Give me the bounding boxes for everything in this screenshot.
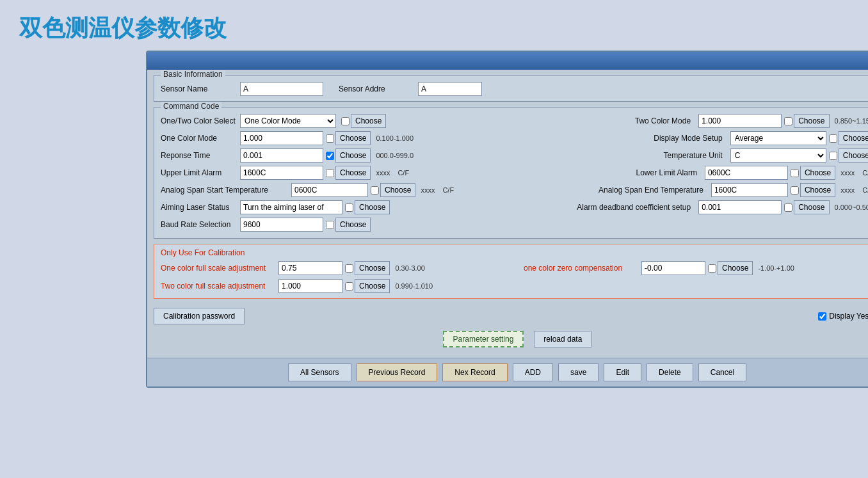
temperature-unit-choose-btn[interactable]: Choose — [839, 148, 868, 163]
one-color-full-scale-row: One color full scale adjustment Choose 0… — [161, 261, 511, 275]
baud-rate-input[interactable] — [240, 218, 323, 232]
delete-btn[interactable]: Delete — [647, 363, 693, 381]
sensor-addre-label: Sensor Addre — [339, 84, 415, 93]
display-mode-label: Display Mode Setup — [620, 134, 723, 143]
temperature-unit-choose-check[interactable] — [829, 152, 837, 160]
analog-span-start-input[interactable] — [291, 183, 368, 197]
two-color-full-scale-choose-check[interactable] — [345, 282, 353, 291]
one-color-full-scale-choose-btn[interactable]: Choose — [355, 261, 390, 275]
one-color-full-scale-label: One color full scale adjustment — [161, 264, 276, 273]
analog-span-end-label: Analog Span End Temperature — [575, 186, 703, 195]
command-code-section: Command Code One/Two Color Select One Co… — [154, 107, 868, 239]
one-color-mode-choose-btn[interactable]: Choose — [335, 131, 371, 145]
basic-info-title: Basic Information — [161, 70, 225, 79]
analog-span-end-choose-btn[interactable]: Choose — [800, 183, 835, 197]
calibration-section: Only Use For Calibration One color full … — [154, 244, 868, 299]
basic-info-section: Basic Information Sensor Name Sensor Add… — [154, 75, 868, 102]
one-color-mode-input[interactable] — [240, 131, 323, 145]
alarm-deadband-choose-check[interactable] — [784, 203, 792, 212]
analog-span-end-input[interactable] — [711, 183, 788, 197]
calibration-password-btn[interactable]: Calibration password — [154, 308, 245, 324]
sensor-name-input[interactable] — [240, 82, 323, 96]
lower-limit-alarm-input[interactable] — [705, 166, 788, 180]
analog-span-end-choose-check[interactable] — [791, 186, 799, 195]
two-color-mode-label: Two Color Mode — [588, 116, 691, 125]
two-color-full-scale-label: Two color full scale adjustment — [161, 282, 276, 291]
reponse-time-choose-check[interactable] — [326, 152, 334, 160]
two-color-mode-input[interactable] — [698, 114, 782, 128]
sensor-name-label: Sensor Name — [161, 84, 237, 93]
edit-btn[interactable]: Edit — [604, 363, 641, 381]
cancel-btn[interactable]: Cancel — [698, 363, 746, 381]
aiming-laser-choose-check[interactable] — [345, 203, 353, 212]
aiming-laser-status-input[interactable] — [240, 200, 342, 214]
upper-limit-alarm-label: Upper Limit Alarm — [161, 168, 237, 177]
dialog-body: Basic Information Sensor Name Sensor Add… — [147, 70, 868, 358]
previous-record-btn[interactable]: Previous Record — [357, 363, 438, 381]
nav-row: All Sensors Previous Record Nex Record A… — [147, 358, 868, 386]
one-color-mode-choose-check[interactable] — [326, 134, 334, 143]
reponse-time-choose-btn[interactable]: Choose — [335, 148, 371, 163]
two-color-full-scale-choose-btn[interactable]: Choose — [355, 279, 390, 293]
alarm-deadband-input[interactable] — [698, 200, 782, 214]
aiming-laser-status-label: Aiming Laser Status — [161, 203, 237, 212]
reload-data-btn[interactable]: reload data — [534, 331, 591, 347]
nex-record-btn[interactable]: Nex Record — [442, 363, 507, 381]
one-color-zero-comp-choose-btn[interactable]: Choose — [718, 261, 753, 275]
aiming-laser-choose-btn[interactable]: Choose — [355, 200, 390, 214]
one-color-zero-comp-label: one color zero compensation — [524, 264, 639, 273]
lower-limit-alarm-choose-check[interactable] — [791, 169, 799, 177]
all-sensors-btn[interactable]: All Sensors — [288, 363, 351, 381]
one-color-full-scale-input[interactable] — [278, 261, 342, 275]
main-dialog: ✕ Basic Information Sensor Name Sensor A… — [146, 51, 868, 388]
one-color-zero-comp-row: one color zero compensation Choose -1.00… — [524, 261, 868, 275]
baud-rate-label: Baud Rate Selection — [161, 220, 237, 229]
display-yes-no-area: Display Yes/No — [818, 312, 868, 321]
two-color-mode-choose-btn[interactable]: Choose — [794, 114, 829, 128]
sensor-addre-input[interactable] — [418, 82, 482, 96]
upper-limit-alarm-choose-check[interactable] — [326, 169, 334, 177]
command-code-title: Command Code — [161, 102, 221, 111]
temperature-unit-combo[interactable]: C F — [730, 148, 826, 163]
analog-span-start-choose-check[interactable] — [371, 186, 379, 195]
add-btn[interactable]: ADD — [513, 363, 553, 381]
one-color-full-scale-choose-check[interactable] — [345, 264, 353, 273]
display-mode-combo[interactable]: Average Peak — [730, 131, 826, 145]
temperature-unit-label: Temperature Unit — [620, 151, 723, 160]
page-title: 双色测温仪参数修改 — [0, 0, 868, 51]
one-two-color-choose-check[interactable] — [341, 117, 350, 125]
reponse-time-input[interactable] — [240, 148, 323, 163]
two-color-full-scale-row: Two color full scale adjustment Choose 0… — [161, 279, 511, 293]
alarm-deadband-label: Alarm deadband coefficient setup — [563, 203, 691, 212]
one-two-color-select-combo[interactable]: One Color Mode Two Color Mode — [240, 114, 336, 128]
analog-span-start-label: Analog Span Start Temperature — [161, 186, 289, 195]
two-color-full-scale-input[interactable] — [278, 279, 342, 293]
one-two-color-choose-btn[interactable]: Choose — [351, 114, 386, 128]
baud-rate-choose-btn[interactable]: Choose — [335, 218, 371, 232]
calibration-title: Only Use For Calibration — [161, 248, 868, 257]
alarm-deadband-choose-btn[interactable]: Choose — [794, 200, 829, 214]
display-mode-choose-btn[interactable]: Choose — [839, 131, 868, 145]
save-btn[interactable]: save — [558, 363, 599, 381]
one-two-color-select-label: One/Two Color Select — [161, 116, 237, 125]
two-color-mode-choose-check[interactable] — [784, 117, 792, 125]
reponse-time-label: Reponse Time — [161, 151, 237, 160]
parameter-setting-btn[interactable]: Parameter setting — [443, 331, 524, 347]
dialog-titlebar: ✕ — [147, 52, 868, 70]
display-mode-choose-check[interactable] — [829, 134, 837, 143]
upper-limit-alarm-choose-btn[interactable]: Choose — [335, 166, 371, 180]
one-color-zero-comp-input[interactable] — [641, 261, 705, 275]
display-yes-no-check[interactable] — [818, 312, 826, 321]
baud-rate-choose-check[interactable] — [326, 221, 334, 229]
upper-limit-alarm-input[interactable] — [240, 166, 323, 180]
analog-span-start-choose-btn[interactable]: Choose — [380, 183, 415, 197]
lower-limit-alarm-label: Lower Limit Alarm — [595, 168, 697, 177]
display-yes-no-label: Display Yes/No — [829, 312, 868, 321]
one-color-zero-comp-choose-check[interactable] — [708, 264, 716, 273]
one-color-mode-label: One Color Mode — [161, 134, 237, 143]
lower-limit-alarm-choose-btn[interactable]: Choose — [800, 166, 835, 180]
